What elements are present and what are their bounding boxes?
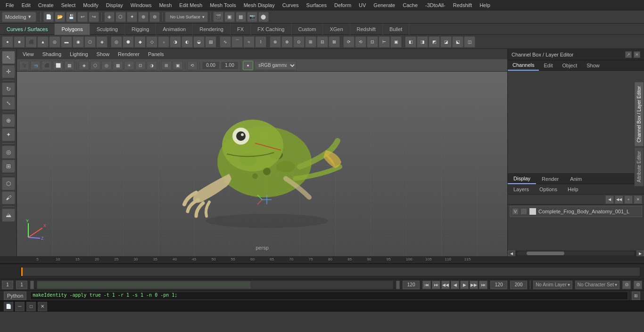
subdiv9-btn[interactable]: ▤	[205, 36, 216, 48]
subdiv5-btn[interactable]: ⬦	[158, 36, 169, 48]
snap-to-btn[interactable]: ⊞	[2, 160, 15, 173]
timeline[interactable]	[0, 264, 644, 279]
tab-custom[interactable]: Custom	[292, 24, 323, 35]
playback-settings-btn[interactable]: ⚙	[634, 281, 642, 289]
panel-close-btn[interactable]: ✕	[634, 51, 640, 58]
no-char-set-dropdown[interactable]: No Character Set ▾	[575, 281, 619, 289]
curve2-btn[interactable]: ⌒	[231, 36, 243, 48]
layer-visibility-btn[interactable]: V	[512, 208, 519, 215]
wire2-btn[interactable]: ▦	[64, 61, 74, 70]
torus-btn[interactable]: ◎	[49, 36, 60, 48]
edit-tab[interactable]: Edit	[539, 60, 557, 71]
universal-manip-btn[interactable]: ⊕	[2, 114, 15, 127]
show-manip-btn[interactable]: ◎	[2, 146, 15, 159]
sym6-btn[interactable]: ⊠	[329, 36, 340, 48]
paint-select-btn[interactable]: ✦	[127, 12, 137, 22]
subdiv-btn[interactable]: ◎	[111, 36, 122, 48]
deform4-btn[interactable]: ⊢	[379, 36, 390, 48]
subdiv2-btn[interactable]: ⬣	[123, 36, 134, 48]
new-file-btn[interactable]: 📄	[43, 12, 54, 22]
status-btn1[interactable]: ⊞	[632, 292, 640, 300]
options-sub-btn[interactable]: Options	[536, 186, 561, 193]
menu-mesh-display[interactable]: Mesh Display	[240, 1, 279, 9]
layer-row[interactable]: V Complete_Frog_Body_Anatomy_001_L	[510, 206, 642, 217]
play-fwd-btn[interactable]: ▶	[460, 281, 469, 289]
snap-btn[interactable]: ⊕	[138, 12, 149, 22]
tab-xgen[interactable]: XGen	[323, 24, 350, 35]
cam-btn[interactable]: 📷	[247, 12, 257, 22]
taskbar-close-btn[interactable]: ✕	[38, 302, 47, 311]
menu-redshift[interactable]: Redshift	[449, 1, 476, 9]
misc5-btn[interactable]: ⬕	[452, 36, 463, 48]
menu-select[interactable]: Select	[58, 1, 80, 9]
curve1-btn[interactable]: ∿	[220, 36, 231, 48]
reset-btn[interactable]: ⟲	[187, 61, 198, 70]
live-surface-dropdown[interactable]: No Live Surface ▾	[165, 12, 208, 22]
display-tab[interactable]: Display	[508, 174, 536, 184]
menu-help[interactable]: Help	[476, 1, 494, 9]
shadow-btn[interactable]: ⊡	[135, 61, 146, 70]
misc3-btn[interactable]: ◩	[429, 36, 440, 48]
paint-select2-btn[interactable]: 🖌	[2, 191, 15, 204]
anim-le-tab[interactable]: Anim	[564, 174, 587, 184]
ao-btn[interactable]: ◑	[147, 61, 157, 70]
tab-redshift[interactable]: Redshift	[350, 24, 383, 35]
colorspace-btn[interactable]: ●	[243, 61, 253, 70]
taskbar-file-btn[interactable]: 📄	[4, 302, 13, 311]
plane-btn[interactable]: ▬	[61, 36, 72, 48]
disk-btn[interactable]: ◉	[73, 36, 84, 48]
soft-select-btn[interactable]: ⊛	[149, 12, 160, 22]
start-frame-input[interactable]	[2, 281, 13, 289]
sculpt-btn[interactable]: ⛰	[2, 209, 15, 222]
menu-create[interactable]: Create	[34, 1, 58, 9]
viewport[interactable]: View Shading Lighting Show Renderer Pane…	[17, 49, 507, 256]
step-back-btn[interactable]: ⏭	[432, 281, 440, 289]
misc2-btn[interactable]: ◨	[417, 36, 428, 48]
menu-mesh-tools[interactable]: Mesh Tools	[206, 1, 239, 9]
scale-tool-btn[interactable]: ⤡	[2, 97, 15, 110]
layer-pickable-btn[interactable]	[520, 208, 527, 215]
subdiv8-btn[interactable]: ◒	[193, 36, 205, 48]
poly-btn[interactable]: ⬡	[84, 36, 96, 48]
sym1-btn[interactable]: ⊕	[270, 36, 281, 48]
light-btn[interactable]: ☀	[124, 61, 134, 70]
tab-sculpting[interactable]: Sculpting	[90, 24, 125, 35]
rotate-tool-btn[interactable]: ↻	[2, 82, 15, 96]
mode-selector[interactable]: Modeling ▾	[2, 12, 36, 22]
misc1-btn[interactable]: ◧	[405, 36, 416, 48]
panel-float-btn[interactable]: ↗	[625, 51, 632, 58]
attribute-editor-side-tab[interactable]: Attribute Editor	[634, 147, 644, 186]
deform5-btn[interactable]: ▣	[390, 36, 402, 48]
shape8-btn[interactable]: ◈	[96, 36, 107, 48]
sym2-btn[interactable]: ⊗	[281, 36, 293, 48]
grid-btn[interactable]: ⊞	[161, 61, 172, 70]
subdiv3-btn[interactable]: ◆	[134, 36, 146, 48]
menu-windows[interactable]: Windows	[127, 1, 156, 9]
select-tool-btn[interactable]: ↖	[2, 51, 15, 64]
curve4-btn[interactable]: ⌇	[255, 36, 266, 48]
exposure-input[interactable]	[221, 61, 239, 70]
next-frame-btn[interactable]: ▶▶	[470, 281, 478, 289]
range-bar[interactable]	[37, 281, 393, 289]
go-to-start-btn[interactable]: ⏮	[422, 281, 431, 289]
deform1-btn[interactable]: ⟳	[343, 36, 355, 48]
deform2-btn[interactable]: ⟲	[355, 36, 366, 48]
menu-edit[interactable]: Edit	[18, 1, 34, 9]
cam-select-btn[interactable]: 🎥	[19, 61, 29, 70]
script-mode-toggle[interactable]: Python	[4, 292, 26, 300]
range-left-handle[interactable]	[30, 281, 34, 289]
range-right-handle[interactable]	[396, 281, 400, 289]
ipr-btn[interactable]: ▦	[236, 12, 246, 22]
render-le-tab[interactable]: Render	[536, 174, 564, 184]
go-to-end-btn[interactable]: ⏭	[479, 281, 487, 289]
range-end-input[interactable]	[403, 281, 420, 289]
sphere-btn[interactable]: ●	[2, 36, 13, 48]
subdiv6-btn[interactable]: ◑	[170, 36, 181, 48]
lasso-select-btn[interactable]: ⬡	[2, 177, 15, 190]
menu-generate[interactable]: Generate	[370, 1, 399, 9]
misc4-btn[interactable]: ◪	[440, 36, 452, 48]
tab-bullet[interactable]: Bullet	[383, 24, 410, 35]
tab-rigging[interactable]: Rigging	[125, 24, 156, 35]
bbox-btn[interactable]: ⬡	[90, 61, 100, 70]
iso-btn[interactable]: ◈	[79, 61, 89, 70]
